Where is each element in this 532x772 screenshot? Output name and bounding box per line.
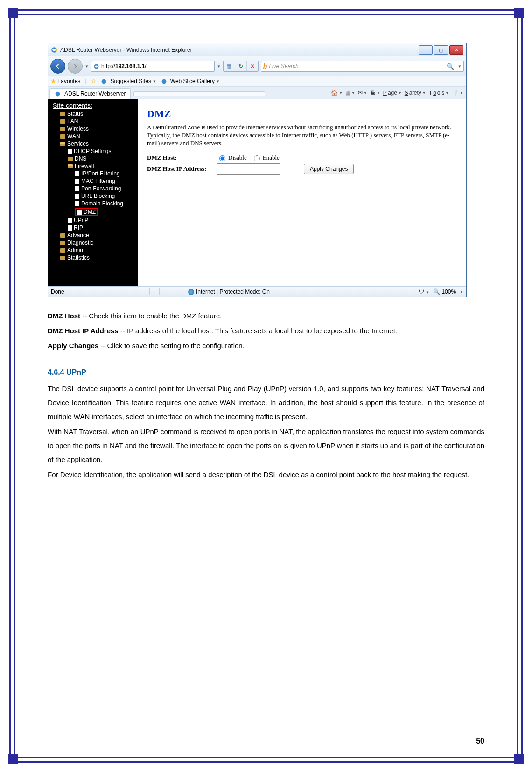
feed-icon[interactable]: ▦ ▼ [345,90,355,96]
page-icon [75,179,79,184]
page-icon [75,194,79,199]
ie-small-icon [55,91,61,97]
window-title: ADSL Router Webserver - Windows Internet… [60,47,419,53]
sidebar-item-status[interactable]: Status [48,110,138,118]
folder-icon [60,134,65,139]
favorites-bar: ★ Favorites | ☆ Suggested Sites ▼ [48,76,466,87]
safety-menu[interactable]: Safety ▼ [405,90,426,96]
star-icon: ★ [51,78,56,84]
sidebar-item-statistics[interactable]: Statistics [48,254,138,261]
forward-button[interactable] [68,59,83,74]
ie-small-icon [101,78,107,84]
sidebar-item-dmz[interactable]: DMZ [48,207,138,217]
search-dropdown[interactable]: ▼ [458,64,462,69]
sidebar-item-advance[interactable]: Advance [48,232,138,239]
term-apply: Apply Changes [48,342,98,350]
stop-button[interactable]: ✕ [247,61,258,71]
window-titlebar: ADSL Router Webserver - Windows Internet… [48,43,466,56]
ip-label: DMZ Host IP Address: [147,165,212,173]
status-bar: Done Internet | Protected Mode: On 🛡 ▼ 🔍… [48,286,466,297]
sidebar-item-services[interactable]: Services [48,140,138,147]
url-dropdown[interactable]: ▼ [217,64,221,69]
address-bar[interactable]: http://192.168.1.1/ [91,61,215,72]
tab-active[interactable]: ADSL Router Webserver [49,88,131,99]
sidebar-item-mac[interactable]: MAC Filtering [48,177,138,185]
back-button[interactable] [50,59,65,74]
paragraph: The DSL device supports a control point … [48,382,484,424]
ie-small-icon [161,78,167,84]
term-dmz-host: DMZ Host [48,312,80,320]
sidebar-item-dhcp[interactable]: DHCP Settings [48,147,138,155]
print-icon[interactable]: 🖶 ▼ [370,90,380,96]
suggested-sites-link[interactable]: Suggested Sites ▼ [101,78,156,84]
maximize-button[interactable]: ▢ [434,45,448,55]
sidebar-item-upnp[interactable]: UPnP [48,217,138,224]
radio-enable[interactable]: Enable [252,154,280,161]
document-body: DMZ Host -- Check this item to enable th… [48,309,484,482]
tab-title: ADSL Router Webserver [64,91,126,97]
folder-icon [60,241,65,245]
page-icon [68,218,72,223]
section-heading: 4.6.4 UPnP [48,365,484,380]
star-icon: ☆ [91,78,96,84]
nav-bar: ▼ http://192.168.1.1/ ▼ ▦ ↻ ✕ b Live Sea… [48,56,466,76]
status-done: Done [51,288,140,295]
folder-icon [60,127,65,131]
lock-icon[interactable]: 🛡 ▼ [419,288,429,295]
svg-point-3 [102,79,106,84]
term-dmz-ip: DMZ Host IP Address [48,327,119,335]
folder-icon [68,157,73,161]
tools-menu[interactable]: Tools ▼ [429,90,449,96]
folder-icon [60,248,65,253]
ip-input[interactable] [217,163,280,175]
close-button[interactable]: ✕ [449,45,463,55]
page-icon [68,225,72,231]
web-slice-link[interactable]: Web Slice Gallery ▼ [161,78,220,84]
sidebar-item-rip[interactable]: RIP [48,224,138,232]
sidebar-item-ipport[interactable]: IP/Port Filtering [48,170,138,177]
compat-icon[interactable]: ▦ [224,61,235,71]
folder-icon [60,112,65,116]
sidebar: Site contents: Status LAN Wireless WAN S… [48,99,138,286]
zoom-icon[interactable]: 🔍 100% [433,288,456,295]
page-number: 50 [476,737,484,745]
search-box[interactable]: b Live Search 🔍 ▼ [261,61,464,72]
zoom-dropdown[interactable]: ▼ [460,290,463,294]
sidebar-item-wan[interactable]: WAN [48,133,138,140]
mail-icon[interactable]: ✉ ▼ [358,90,367,96]
folder-icon [60,119,65,124]
sidebar-item-domainblock[interactable]: Domain Blocking [48,200,138,207]
help-icon[interactable]: ❔▼ [452,90,463,96]
radio-disable[interactable]: Disable [217,154,247,161]
apply-button[interactable]: Apply Changes [304,164,354,174]
refresh-button[interactable]: ↻ [235,61,247,71]
nav-dropdown[interactable]: ▼ [85,64,89,69]
favorites-button[interactable]: ★ Favorites [51,78,80,84]
sidebar-item-urlblock[interactable]: URL Blocking [48,192,138,200]
page-icon [93,63,99,70]
sidebar-item-portfwd[interactable]: Port Forwarding [48,185,138,192]
url-text: http://192.168.1.1/ [101,63,147,70]
content-description: A Demilitarized Zone is used to provide … [147,124,457,147]
sidebar-item-firewall[interactable]: Firewall [48,162,138,170]
sidebar-header: Site contents: [48,101,138,110]
page-menu[interactable]: Page ▼ [383,90,402,96]
page-icon [75,201,79,206]
sidebar-item-lan[interactable]: LAN [48,118,138,125]
sidebar-item-dns[interactable]: DNS [48,155,138,162]
ie-icon [51,47,57,53]
globe-icon [188,289,194,295]
sidebar-item-wireless[interactable]: Wireless [48,125,138,133]
search-icon[interactable]: 🔍 [445,63,456,70]
favbar-star[interactable]: ☆ [91,78,96,84]
main-content: DMZ A Demilitarized Zone is used to prov… [138,99,466,286]
folder-icon [60,233,65,238]
tab-empty[interactable] [133,91,265,96]
svg-point-5 [56,91,60,96]
minimize-button[interactable]: ─ [419,45,433,55]
svg-point-4 [161,79,166,84]
page-icon [77,210,82,215]
sidebar-item-diagnostic[interactable]: Diagnostic [48,239,138,246]
sidebar-item-admin[interactable]: Admin [48,246,138,254]
home-icon[interactable]: 🏠 ▼ [331,90,343,96]
